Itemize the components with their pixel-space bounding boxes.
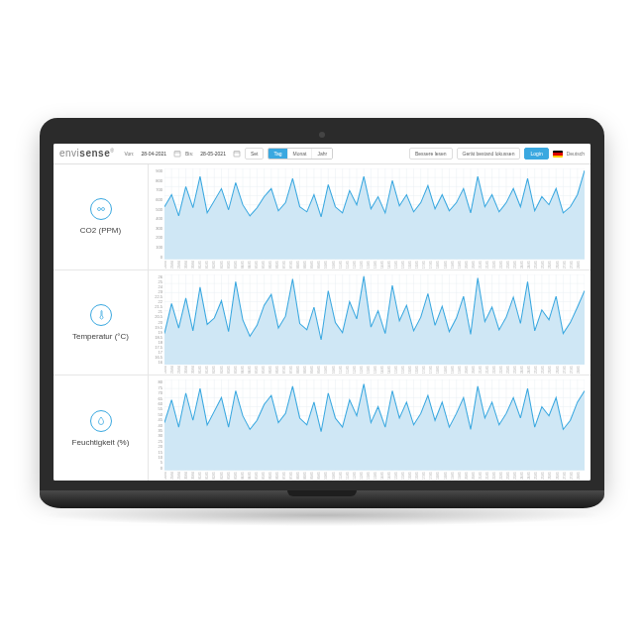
svg-point-5: [101, 208, 104, 211]
row-temp: Temperatur (°C) 2625242322.52221.52120.5…: [54, 270, 590, 376]
yticks: 2625242322.52221.52120.52019.51918.51817…: [151, 274, 162, 366]
thermometer-icon: [90, 304, 112, 326]
co2-icon: [90, 198, 112, 220]
chart-temp: 2625242322.52221.52120.52019.51918.51817…: [149, 270, 590, 376]
chart-hum: 80757065605550454035302520151050 28-0429…: [149, 376, 590, 481]
from-label: Von:: [124, 151, 134, 157]
seg-jahr[interactable]: Jahr: [312, 149, 332, 159]
laptop-mockup: envisense® Von: 28-04-2021 Bis: 28-05-20…: [40, 118, 604, 526]
set-button[interactable]: Set: [245, 148, 265, 160]
seg-tag[interactable]: Tag: [268, 149, 287, 159]
yticks: 9008007006005004003002001000: [151, 168, 162, 260]
login-button[interactable]: Login: [524, 148, 548, 160]
svg-rect-2: [234, 152, 240, 158]
camera-dot: [319, 132, 325, 138]
svg-point-4: [97, 208, 100, 211]
chart-co2: 9008007006005004003002001000 28-0429-042…: [149, 164, 590, 269]
brand-bold: sense: [79, 149, 110, 160]
app-screen: envisense® Von: 28-04-2021 Bis: 28-05-20…: [54, 144, 590, 481]
lang-label: Deutsch: [567, 151, 585, 157]
screen-bezel: envisense® Von: 28-04-2021 Bis: 28-05-20…: [40, 118, 604, 490]
metric-label-hum: Feuchtigkeit (%): [72, 438, 130, 447]
row-co2: CO2 (PPM) 9008007006005004003002001000 2…: [54, 164, 590, 270]
replace-button[interactable]: Bessere lesen: [409, 148, 453, 160]
xticks: 28-0429-0429-0430-0430-0401-0501-0502-05…: [164, 472, 585, 480]
dashboard-rows: CO2 (PPM) 9008007006005004003002001000 2…: [54, 164, 590, 481]
metric-card-hum: Feuchtigkeit (%): [54, 376, 149, 481]
plot-area: [164, 168, 585, 260]
brand-light: envi: [59, 149, 79, 160]
calendar-icon[interactable]: [233, 150, 241, 158]
metric-card-co2: CO2 (PPM): [54, 164, 149, 269]
range-segmented: Tag Monat Jahr: [268, 148, 333, 160]
metric-label-co2: CO2 (PPM): [80, 226, 121, 235]
metric-card-temp: Temperatur (°C): [54, 270, 149, 376]
row-hum: Feuchtigkeit (%) 80757065605550454035302…: [54, 376, 590, 481]
laptop-base: [40, 490, 604, 508]
seg-monat[interactable]: Monat: [288, 149, 313, 159]
to-label: Bis:: [185, 151, 193, 157]
yticks: 80757065605550454035302520151050: [151, 379, 162, 471]
xticks: 28-0429-0429-0430-0430-0401-0501-0502-05…: [164, 366, 585, 374]
brand-reg: ®: [110, 148, 114, 154]
lang-selector[interactable]: Deutsch: [553, 151, 585, 158]
plot-area: [164, 274, 585, 366]
xticks: 28-0429-0429-0430-0430-0401-0501-0502-05…: [164, 261, 585, 268]
flag-de-icon: [553, 151, 563, 158]
to-date[interactable]: 28-05-2021: [197, 150, 229, 158]
plot-area: [164, 379, 585, 471]
droplet-icon: [90, 410, 112, 432]
metric-label-temp: Temperatur (°C): [72, 332, 129, 341]
calendar-icon[interactable]: [173, 150, 181, 158]
from-date[interactable]: 28-04-2021: [138, 150, 169, 158]
existing-button[interactable]: Gerät bestand lokussen: [457, 148, 521, 160]
svg-rect-0: [174, 152, 180, 158]
toolbar: envisense® Von: 28-04-2021 Bis: 28-05-20…: [54, 144, 590, 164]
brand-logo: envisense®: [59, 148, 114, 159]
